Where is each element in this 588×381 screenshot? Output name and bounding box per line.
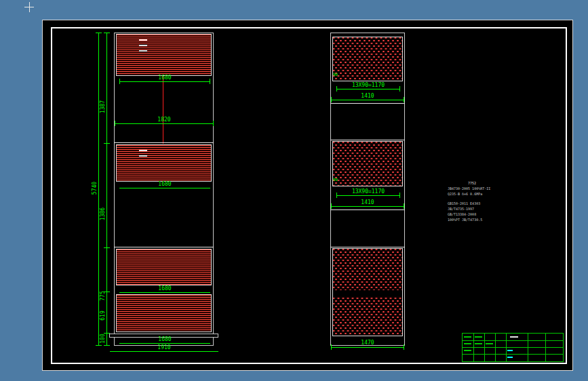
dim-tick: [104, 247, 110, 248]
dim-text: 1680: [119, 285, 210, 292]
louver-section-4: [116, 294, 212, 332]
dim-tick: [210, 79, 210, 84]
dim-text: 13X90=1170: [336, 82, 400, 88]
dim-tick: [404, 203, 404, 209]
section-boundary-line: [330, 247, 405, 247]
dim-text: 619: [100, 304, 106, 327]
note-line: JB4730-2005 100%RT-II: [448, 186, 522, 191]
dim-tick: [119, 79, 120, 84]
dim-line: [119, 188, 210, 188]
dim-text: 1680: [119, 75, 210, 81]
note-line: GB150-2011 E4303: [448, 201, 522, 206]
title-block-entry: [475, 336, 482, 338]
dim-text: 90: [333, 177, 342, 182]
dim-text: 1386: [100, 203, 106, 226]
section-boundary-line: [330, 140, 405, 140]
title-block-line: [473, 334, 474, 361]
dim-tick: [399, 193, 400, 198]
title-block-line: [495, 334, 496, 361]
title-block-line: [463, 340, 563, 341]
crosshair-cursor-icon: [29, 2, 30, 12]
title-block-entry: [507, 350, 513, 351]
dim-tick: [336, 86, 337, 92]
center-line: [163, 76, 163, 144]
section-boundary-line: [114, 142, 214, 143]
dim-line: [336, 89, 400, 89]
dim-tick: [331, 344, 332, 350]
dim-line: [336, 195, 400, 196]
dim-tick: [115, 121, 115, 126]
louver-section-3: [116, 249, 212, 285]
dim-tick: [331, 97, 332, 102]
note-line: Q235-B δ=6 0.6MPa: [448, 191, 522, 197]
note-line: 7752: [448, 180, 522, 186]
section-boundary-line: [114, 247, 214, 247]
dim-text: 1680: [119, 336, 210, 342]
louver-section-1: [116, 34, 212, 76]
dim-tick: [104, 33, 110, 33]
title-block-entry: [507, 357, 513, 358]
dim-line: [119, 81, 210, 82]
dim-text: 1410: [331, 199, 404, 205]
dim-tick: [336, 193, 337, 198]
weld-mark: [139, 50, 147, 52]
weld-mark: [139, 45, 147, 46]
dim-tick: [404, 97, 404, 102]
dim-text: 1410: [331, 93, 404, 99]
dim-tick: [104, 143, 110, 144]
title-block-entry: [510, 336, 518, 338]
dim-tick: [399, 86, 400, 92]
title-block-line: [528, 334, 528, 361]
title-block-line: [484, 334, 485, 361]
dim-tick: [404, 344, 404, 350]
dim-text: 1820: [115, 117, 214, 123]
note-line: JB/T4735-1997: [448, 206, 522, 212]
title-block-entry: [464, 350, 471, 351]
weld-mark: [139, 150, 147, 151]
section-boundary-line: [330, 103, 405, 104]
title-block-entry: [486, 343, 493, 344]
perforated-section-2: [332, 141, 403, 186]
dim-text: 1470: [331, 340, 404, 346]
note-line: GB/T13384-2008: [448, 212, 522, 217]
cad-drawing-area[interactable]: 1680 1820 1680 1680 1680 1910 1387 1386 …: [0, 0, 588, 381]
dim-line: [331, 206, 404, 207]
dim-line: [331, 347, 404, 348]
weld-mark: [139, 39, 147, 41]
dim-text: 1680: [119, 181, 210, 187]
louver-section-2: [116, 144, 212, 182]
dim-tick: [213, 121, 214, 126]
weld-mark: [139, 155, 147, 157]
perforated-section-1: [332, 37, 403, 81]
title-block-line: [545, 334, 546, 361]
title-block-line: [463, 347, 563, 348]
title-block-entry: [475, 343, 482, 344]
title-block-line: [463, 354, 563, 355]
section-boundary-line: [330, 209, 405, 210]
dim-text: 5740: [92, 177, 98, 200]
dim-text: 100: [100, 327, 106, 350]
dim-text: 13X90=1170: [336, 188, 400, 195]
title-block: [462, 333, 564, 362]
dim-line: [110, 351, 218, 352]
dim-tick: [96, 33, 102, 33]
dim-line: [119, 292, 210, 293]
dim-line: [115, 123, 214, 124]
title-block-entry: [464, 343, 471, 344]
dim-text: 1910: [110, 344, 218, 350]
dim-tick: [331, 203, 332, 209]
note-line: 100%PT JB/T4730.5: [448, 217, 522, 222]
dim-text: 90: [333, 72, 342, 77]
title-block-entry: [464, 336, 471, 338]
dim-text: 1387: [100, 96, 106, 119]
stiffener-band: [333, 290, 402, 296]
dim-line: [119, 343, 210, 344]
technical-notes: 7752 JB4730-2005 100%RT-II Q235-B δ=6 0.…: [448, 180, 522, 222]
title-block-line: [506, 334, 507, 361]
dim-line: [331, 100, 404, 100]
dim-chain-line: [106, 33, 107, 346]
